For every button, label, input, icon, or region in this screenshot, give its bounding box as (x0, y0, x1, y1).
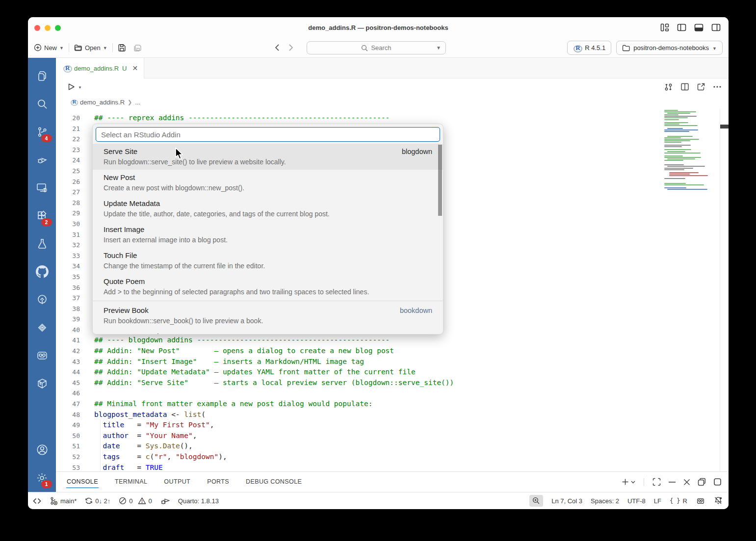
breadcrumb-file[interactable]: demo_addins.R (80, 99, 125, 106)
run-dropdown-caret[interactable]: ▼ (78, 85, 82, 90)
panel-tab-console[interactable]: CONSOLE (66, 476, 99, 488)
global-search-input[interactable]: Search ▼ (307, 41, 446, 54)
panel-tab-terminal[interactable]: TERMINAL (114, 476, 148, 488)
warning-icon (138, 497, 146, 505)
language-mode-status[interactable]: { } R (670, 497, 687, 505)
search-dropdown-caret[interactable]: ▼ (436, 45, 441, 51)
account-icon[interactable] (31, 438, 53, 461)
search-icon (361, 45, 368, 52)
sidebar-item-packages[interactable] (31, 372, 53, 395)
close-panel-icon[interactable] (683, 479, 690, 486)
editor-scrollbar-thumb[interactable] (720, 125, 729, 129)
sidebar-item-search[interactable] (31, 93, 53, 115)
title-bar: demo_addins.R — positron-demos-notebooks (28, 17, 729, 38)
minimap-line (664, 153, 701, 154)
run-file-button[interactable]: ▼ (68, 83, 82, 91)
tab-demo-addins[interactable]: R demo_addins.R U ✕ (56, 58, 144, 78)
navigate-back-icon[interactable] (275, 44, 280, 52)
more-actions-icon[interactable] (713, 85, 722, 88)
line-number: 35 (56, 272, 80, 283)
workspace-selector[interactable]: positron-demos-notebooks ▼ (616, 41, 723, 55)
new-button[interactable]: New ▼ (34, 44, 64, 52)
quickpick-item[interactable]: Touch FileChange the timestamp of the cu… (93, 248, 443, 274)
minimap[interactable] (663, 109, 710, 190)
navigate-forward-icon[interactable] (288, 44, 293, 52)
tab-close-icon[interactable]: ✕ (132, 64, 138, 72)
quickpick-item[interactable]: Serve SiteblogdownRun blogdown::serve_si… (93, 144, 443, 170)
open-changes-icon[interactable] (664, 82, 673, 92)
editor-tab-bar: R demo_addins.R U ✕ (56, 58, 729, 78)
quickpick-item[interactable]: Input LaTeX Math (93, 329, 443, 335)
editor[interactable]: 20## ---- reprex addins ----------------… (56, 109, 729, 471)
sidebar-item-extensions[interactable]: 2 (31, 205, 53, 227)
maximize-panel-icon[interactable] (652, 478, 661, 486)
interpreter-selector[interactable]: R R 4.5.1 (567, 41, 611, 55)
sidebar-item-remote-explorer[interactable] (31, 177, 53, 199)
toggle-panel-icon[interactable] (694, 23, 704, 32)
minimap-line (664, 124, 679, 125)
remote-indicator[interactable] (33, 498, 41, 504)
sidebar-item-quarto[interactable] (31, 316, 53, 339)
open-button[interactable]: Open ▼ (74, 44, 107, 52)
toggle-primary-sidebar-icon[interactable] (677, 23, 686, 32)
sidebar-item-publish[interactable] (31, 288, 53, 311)
sidebar-item-github[interactable] (31, 260, 53, 283)
sidebar-item-testing[interactable] (31, 232, 53, 255)
eol-status[interactable]: LF (654, 497, 661, 505)
sidebar-item-explorer[interactable] (31, 65, 53, 87)
sidebar-item-run-debug[interactable] (31, 149, 53, 171)
minimap-line (664, 137, 681, 138)
customize-layout-icon[interactable] (660, 23, 669, 32)
git-sync-status[interactable]: 0↓ 2↑ (85, 497, 110, 505)
sidebar-item-ai-assistant[interactable] (31, 344, 53, 367)
save-all-icon[interactable] (133, 44, 142, 52)
sidebar-item-source-control[interactable]: 4 (31, 121, 53, 143)
window-title: demo_addins.R — positron-demos-notebooks (28, 24, 729, 31)
debug-status[interactable] (160, 497, 170, 505)
panel-tab-ports[interactable]: PORTS (207, 476, 230, 488)
quickpick-item-description: Run blogdown::serve_site() to live previ… (104, 157, 432, 167)
open-in-window-icon[interactable] (697, 82, 705, 91)
new-console-icon[interactable] (622, 478, 635, 486)
minimap-line (664, 116, 697, 117)
encoding-status[interactable]: UTF-8 (627, 497, 646, 505)
editor-scrollbar[interactable] (720, 109, 729, 471)
toggle-secondary-sidebar-icon[interactable] (711, 23, 721, 32)
panel-tab-debug-console[interactable]: DEBUG CONSOLE (245, 476, 302, 488)
save-icon[interactable] (118, 44, 126, 52)
rstudio-addin-quickpick: Select an RStudio Addin Serve Siteblogdo… (92, 124, 443, 335)
quickpick-item-label: Input LaTeX Math (104, 331, 161, 335)
minimap-line (664, 160, 683, 161)
code-text: ## Addin: "Update Metadata" – updates YA… (80, 367, 416, 378)
quickpick-scrollbar[interactable] (438, 145, 442, 216)
indentation-status[interactable]: Spaces: 2 (591, 497, 619, 505)
line-number: 47 (56, 399, 80, 410)
split-editor-icon[interactable] (680, 82, 689, 91)
problems-status[interactable]: 0 0 (119, 497, 152, 505)
panel-layout-icon[interactable] (713, 478, 722, 486)
git-branch-status[interactable]: main* (50, 496, 77, 505)
cursor-position-status[interactable]: Ln 7, Col 3 (551, 497, 582, 505)
quickpick-input[interactable]: Select an RStudio Addin (96, 127, 440, 142)
breadcrumb-more[interactable]: ... (135, 99, 140, 106)
quickpick-item[interactable]: Quote PoemAdd > to the beginning of sele… (93, 274, 443, 300)
restore-window-icon[interactable] (698, 478, 706, 486)
line-number: 25 (56, 166, 80, 177)
quickpick-item[interactable]: Insert ImageInsert an external image int… (93, 222, 443, 248)
minimap-line (664, 178, 685, 179)
settings-gear-icon[interactable]: 1 (31, 466, 53, 489)
quickpick-item-description: Create a new post with blogdown::new_pos… (104, 183, 432, 193)
minimap-line (667, 136, 693, 137)
code-text: blogpost_metadata <- list( (80, 410, 206, 420)
minimap-line (664, 129, 698, 130)
panel-tab-output[interactable]: OUTPUT (163, 476, 191, 488)
assistant-status-icon[interactable] (696, 497, 705, 505)
zoom-status-icon[interactable] (529, 495, 543, 507)
quickpick-item[interactable]: New PostCreate a new post with blogdown:… (93, 170, 443, 196)
quickpick-item[interactable]: Preview BookbookdownRun bookdown::serve_… (93, 303, 443, 329)
quarto-status[interactable]: Quarto: 1.8.13 (178, 497, 219, 505)
code-line: 47## Minimal front matter example a new … (56, 399, 729, 410)
minimize-panel-icon[interactable] (668, 481, 676, 483)
notifications-muted-icon[interactable] (714, 496, 723, 505)
quickpick-item[interactable]: Update MetadataUpdate the title, author,… (93, 196, 443, 222)
